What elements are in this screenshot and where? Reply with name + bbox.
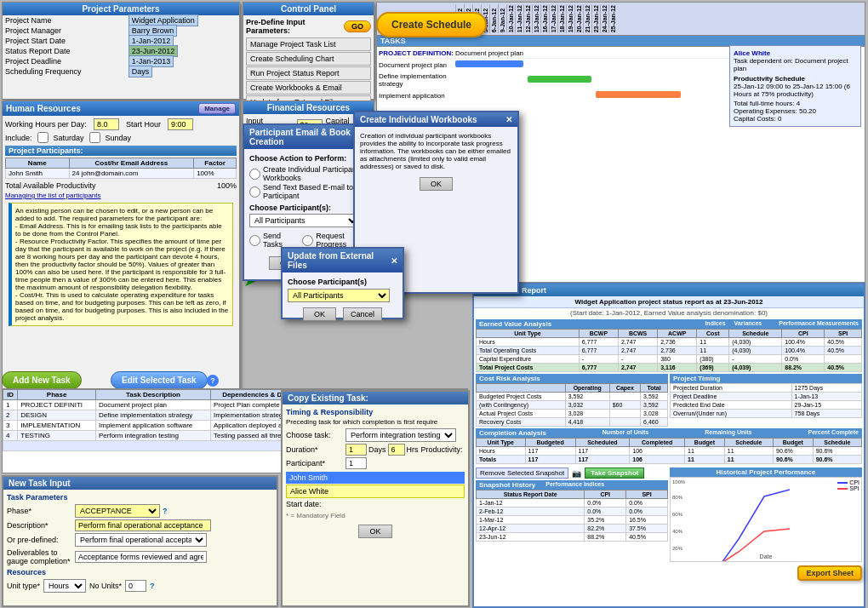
send-tasks-label: Send Tasks — [263, 232, 295, 249]
phase-select[interactable]: ACCEPTANCE — [75, 504, 160, 518]
control-panel-title: Control Panel — [243, 3, 374, 15]
historical-chart: 100% 80% 60% 40% 20% — [670, 477, 862, 562]
cost-type: Budgeted Project Costs — [477, 393, 566, 401]
task-id: 3 — [3, 421, 18, 431]
start-hour-input[interactable] — [168, 118, 193, 130]
participant-cost: 24 john@domain.com — [69, 169, 194, 179]
gantt-bar — [455, 60, 523, 67]
ev-cost-var: (380) — [697, 355, 729, 364]
date-col: 16-Jan-12 — [540, 4, 549, 33]
phase-label: Phase* — [7, 507, 75, 515]
info-text: An existing person can be chosen to edit… — [15, 207, 229, 322]
create-workbooks-radio[interactable] — [249, 169, 260, 180]
snap-date: 12-Apr-12 — [477, 525, 585, 533]
create-workbooks-btn[interactable]: Create Workbooks & Email — [246, 81, 371, 95]
manage-button[interactable]: Manage — [198, 103, 236, 114]
budgeted-val: 117 — [525, 456, 575, 464]
description-input[interactable] — [75, 519, 211, 531]
working-hours-input[interactable] — [94, 118, 119, 130]
param-row: Project Start Date 1-Jan-2012 — [3, 36, 239, 46]
snap-spi: 40.5% — [626, 533, 668, 542]
cost-operating: 3,032 — [565, 401, 609, 410]
add-new-task-button[interactable]: Add New Task — [2, 371, 82, 389]
ev-acwp: 380 — [658, 355, 697, 364]
task-id: 4 — [3, 431, 18, 441]
project-timing-container: Project Timing Projected Duration 1275 D… — [670, 374, 862, 427]
take-snapshot-button[interactable]: Take Snapshot — [585, 467, 644, 479]
update-participants-select[interactable]: All Participants — [288, 289, 390, 302]
deliverables-row: Deliverables to gauge completion* — [7, 548, 273, 565]
rem-schedule: 11 — [724, 447, 773, 456]
deliverables-input[interactable] — [75, 551, 207, 563]
workbooks-ok-button[interactable]: OK — [420, 177, 453, 191]
working-hours-label: Working Hours per Day: — [5, 120, 87, 129]
col-rem-budget: Budget — [685, 439, 725, 447]
progress-radio[interactable] — [302, 235, 313, 246]
predefined-select[interactable]: Perform final operational acceptance — [75, 533, 207, 547]
duration-hrs-input[interactable] — [388, 444, 405, 456]
gantt-bar — [528, 76, 591, 83]
copy-ok-button[interactable]: OK — [358, 525, 391, 538]
create-schedule-button[interactable]: Create Schedule — [376, 12, 487, 37]
project-timing-table: Projected Duration 1275 Days Project Dea… — [670, 383, 862, 418]
chart-legend: CPI SPI — [837, 479, 859, 491]
update-cancel-button[interactable]: Cancel — [343, 307, 382, 321]
participants-select[interactable]: All Participants — [249, 214, 360, 227]
ev-row: Total Project Costs 6,777 2,747 3,116 (3… — [477, 364, 862, 372]
phase-help-icon[interactable]: ? — [163, 507, 168, 515]
no-units-input[interactable] — [125, 580, 146, 592]
john-smith-name: John Smith — [289, 473, 328, 482]
cost-operating: 3,592 — [565, 393, 609, 401]
snap-date: 1-Jan-12 — [477, 499, 585, 508]
ev-cpi: 100.4% — [782, 347, 825, 355]
export-sheet-button-bottom[interactable]: Export Sheet — [797, 565, 862, 581]
gantt-task-label: Document project plan — [379, 61, 455, 69]
edit-selected-task-button[interactable]: Edit Selected Task — [111, 371, 208, 389]
units-help-icon[interactable]: ? — [150, 582, 155, 590]
send-tasks-radio[interactable] — [249, 235, 260, 246]
task-phase: PROJECT DEFINITI — [18, 400, 96, 410]
col-type — [477, 384, 566, 393]
choose-task-row: Choose task: Perform integration testing — [286, 428, 465, 442]
cost-type: Recovery Costs — [477, 418, 566, 427]
duration-days-input[interactable] — [345, 444, 367, 456]
create-scheduling-chart-btn[interactable]: Create Scheduling Chart — [246, 52, 371, 66]
param-label: Scheduling Frequency — [3, 66, 126, 77]
cost-total: 6,460 — [641, 418, 668, 427]
manage-task-list-btn[interactable]: Manage Project Task List — [246, 37, 371, 51]
saturday-checkbox[interactable] — [37, 132, 49, 143]
task-desc: Define implementation strategy — [96, 410, 211, 421]
timing-label: Predicted End Date — [671, 401, 792, 410]
date-col: 12-Jan-12 — [523, 4, 532, 33]
snapshot-table: Status Report Date CPI SPI 1-Jan-12 0.0%… — [476, 490, 668, 542]
pct-schedule: 90.6% — [813, 456, 861, 464]
run-status-report-btn[interactable]: Run Project Status Report — [246, 66, 371, 80]
task-id: 1 — [3, 400, 18, 410]
description-label: Description* — [7, 521, 75, 530]
duration-label: Duration* — [286, 445, 345, 454]
rem-budget: 11 — [685, 456, 725, 464]
workbooks-btn-row: OK — [360, 177, 512, 191]
ev-type: Total Operating Costs — [477, 347, 580, 355]
participant-input[interactable] — [345, 457, 367, 469]
send-email-radio[interactable] — [249, 186, 260, 198]
sunday-checkbox[interactable] — [89, 132, 100, 143]
timing-label: Project Deadline — [671, 393, 792, 401]
ev-acwp: 3,116 — [658, 364, 697, 372]
scheduled-val: 117 — [575, 447, 630, 456]
choose-task-select[interactable]: Perform integration testing — [345, 428, 456, 442]
manage-list-link[interactable]: Managing the list of participants — [5, 192, 237, 199]
remove-snapshot-button[interactable]: Remove Selected Snapshot — [476, 467, 568, 479]
close-icon[interactable]: ✕ — [505, 115, 512, 124]
spi-legend: SPI — [837, 485, 859, 491]
ev-row: Hours 6,777 2,747 2,736 11 (4,030) 100.4… — [477, 338, 862, 347]
help-icon[interactable]: ? — [207, 375, 219, 387]
go-button[interactable]: GO — [344, 20, 371, 32]
y-axis-20: 20% — [672, 546, 682, 551]
update-ok-button[interactable]: OK — [303, 307, 336, 321]
completion-table: Unit Type Budgeted Scheduled Completed B… — [476, 438, 862, 464]
col-rem-schedule: Schedule — [724, 439, 773, 447]
close-icon[interactable]: ✕ — [391, 256, 397, 266]
alice-white-row[interactable]: Alice White — [286, 485, 465, 498]
unit-type-select[interactable]: Hours — [43, 579, 86, 593]
